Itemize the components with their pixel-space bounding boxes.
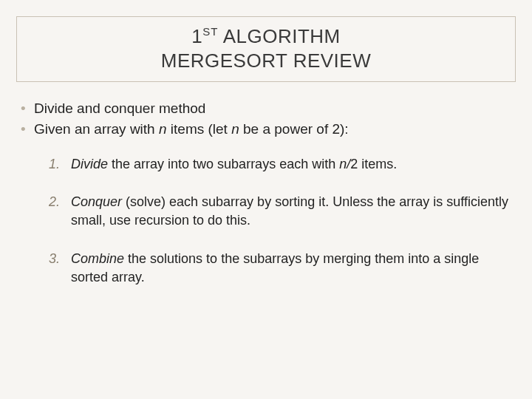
step-text: (solve) each subarray by sorting it. Unl… <box>71 194 508 228</box>
bullet-item: Given an array with n items (let n be a … <box>21 119 516 140</box>
step-text: the array into two subarrays each with <box>108 157 339 171</box>
italic-n: n <box>231 121 239 137</box>
bullet-text: Divide and conquer method <box>34 100 205 116</box>
bullet-list: Divide and conquer method Given an array… <box>16 98 516 139</box>
step-item: Divide the array into two subarrays each… <box>49 155 516 174</box>
italic-n: n <box>159 121 167 137</box>
title-line-1: 1ST ALGORITHM <box>26 24 506 49</box>
step-text: 2 items. <box>350 157 397 171</box>
bullet-text-mid: items (let <box>167 121 232 137</box>
bullet-text-post: be a power of 2): <box>239 121 349 137</box>
step-lead: Divide <box>71 157 108 171</box>
bullet-text-pre: Given an array with <box>34 121 159 137</box>
bullet-item: Divide and conquer method <box>21 98 516 119</box>
title-prefix-number: 1 <box>191 25 202 47</box>
title-prefix-word: ALGORITHM <box>218 25 340 47</box>
title-ordinal-superscript: ST <box>202 25 218 38</box>
slide: 1ST ALGORITHM MERGESORT REVIEW Divide an… <box>0 0 532 399</box>
step-lead: Combine <box>71 251 124 266</box>
step-text: the solutions to the subarrays by mergin… <box>71 251 479 284</box>
title-box: 1ST ALGORITHM MERGESORT REVIEW <box>16 16 516 82</box>
title-line-2: MERGESORT REVIEW <box>26 49 506 73</box>
step-item: Combine the solutions to the subarrays b… <box>49 250 516 287</box>
italic-n: n/ <box>339 157 350 171</box>
step-item: Conquer (solve) each subarray by sorting… <box>49 193 516 230</box>
step-lead: Conquer <box>71 194 122 209</box>
numbered-list: Divide the array into two subarrays each… <box>16 155 516 287</box>
